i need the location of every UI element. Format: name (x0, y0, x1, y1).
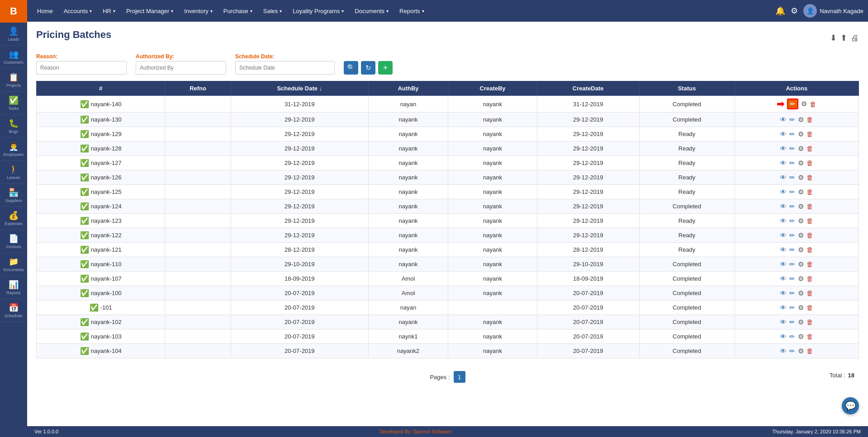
gear-icon[interactable]: ⚙ (798, 347, 804, 355)
topnav-item-documents[interactable]: Documents▾ (349, 0, 394, 22)
gear-icon[interactable]: ⚙ (798, 116, 804, 124)
view-icon[interactable]: 👁 (780, 304, 787, 311)
view-icon[interactable]: 👁 (780, 217, 787, 225)
trash-icon[interactable]: 🗑 (806, 159, 813, 167)
trash-icon[interactable]: 🗑 (806, 217, 813, 225)
view-icon[interactable]: 👁 (780, 231, 787, 239)
topnav-item-purchase[interactable]: Purchase▾ (218, 0, 258, 22)
sidebar-item-documents[interactable]: 📁Documents (0, 253, 27, 276)
gear-icon[interactable]: ⚙ (798, 217, 804, 225)
settings-icon[interactable]: ⚙ (791, 6, 798, 16)
view-icon[interactable]: 👁 (780, 174, 787, 181)
topnav-item-reports[interactable]: Reports▾ (394, 0, 430, 22)
trash-icon[interactable]: 🗑 (806, 275, 813, 282)
topnav-item-project-manager[interactable]: Project Manager▾ (121, 0, 179, 22)
trash-icon[interactable]: 🗑 (806, 174, 813, 181)
view-icon[interactable]: 👁 (780, 333, 787, 340)
edit-icon[interactable]: ✏ (789, 188, 795, 196)
schedule-input[interactable] (235, 61, 335, 75)
gear-icon[interactable]: ⚙ (798, 246, 804, 254)
edit-icon[interactable]: ✏ (789, 145, 795, 153)
edit-icon[interactable]: ✏ (789, 275, 795, 283)
download-icon[interactable]: ⬇ (830, 33, 837, 43)
sidebar-item-employees[interactable]: 👨‍💼Employees (0, 138, 27, 161)
gear-icon[interactable]: ⚙ (798, 174, 804, 182)
gear-icon[interactable]: ⚙ (798, 188, 804, 196)
chat-bubble[interactable]: 💬 (842, 397, 859, 414)
edit-icon[interactable]: ✏ (789, 116, 795, 124)
trash-icon[interactable]: 🗑 (806, 289, 813, 297)
view-icon[interactable]: 👁 (780, 116, 787, 123)
gear-icon[interactable]: ⚙ (798, 318, 804, 326)
view-icon[interactable]: 👁 (780, 347, 787, 355)
trash-icon[interactable]: 🗑 (806, 347, 813, 355)
reason-input[interactable] (36, 61, 127, 75)
gear-icon[interactable]: ⚙ (798, 304, 804, 312)
sidebar-item-scheduler[interactable]: 📅Scheduler (0, 299, 27, 322)
view-icon[interactable]: 👁 (780, 202, 787, 210)
trash-icon[interactable]: 🗑 (806, 202, 813, 210)
topnav-item-sales[interactable]: Sales▾ (258, 0, 288, 22)
topnav-item-loyality-programs[interactable]: Loyality Programs▾ (287, 0, 349, 22)
edit-icon[interactable]: ✏ (789, 130, 795, 138)
topnav-item-hr[interactable]: HR▾ (97, 0, 121, 22)
gear-icon[interactable]: ⚙ (798, 202, 804, 211)
view-icon[interactable]: 👁 (780, 145, 787, 152)
view-icon[interactable]: 👁 (780, 159, 787, 167)
sidebar-item-invoices[interactable]: 📄Invoices (0, 230, 27, 253)
print-icon[interactable]: 🖨 (851, 33, 859, 43)
sidebar-item-bugs[interactable]: 🐛Bugs (0, 115, 27, 138)
gear-icon[interactable]: ⚙ (798, 145, 804, 153)
trash-icon[interactable]: 🗑 (810, 100, 816, 108)
gear-icon[interactable]: ⚙ (798, 289, 804, 297)
add-button[interactable]: + (378, 61, 393, 75)
view-icon[interactable]: 👁 (780, 188, 787, 196)
trash-icon[interactable]: 🗑 (806, 188, 813, 196)
sidebar-item-leaves[interactable]: 🚶Leaves (0, 161, 27, 184)
edit-icon[interactable]: ✏ (789, 260, 795, 268)
edit-icon[interactable]: ✏ (789, 231, 795, 240)
trash-icon[interactable]: 🗑 (806, 304, 813, 311)
trash-icon[interactable]: 🗑 (806, 130, 813, 138)
sidebar-item-suppliers[interactable]: 🏪Suppliers (0, 184, 27, 207)
topnav-item-home[interactable]: Home (32, 0, 58, 22)
view-icon[interactable]: 👁 (780, 260, 787, 268)
gear-icon[interactable]: ⚙ (798, 130, 804, 138)
edit-icon[interactable]: ✏ (789, 318, 795, 326)
edit-icon[interactable]: ✏ (789, 202, 795, 211)
sidebar-item-expenses[interactable]: 💰Expenses (0, 207, 27, 230)
edit-icon[interactable]: ✏ (789, 333, 795, 341)
edit-icon[interactable]: ✏ (789, 246, 795, 254)
edit-icon-highlighted[interactable]: ✏ (787, 99, 798, 109)
edit-icon[interactable]: ✏ (789, 304, 795, 312)
view-icon[interactable]: 👁 (780, 318, 787, 326)
sidebar-item-reports[interactable]: 📊Reports (0, 276, 27, 299)
trash-icon[interactable]: 🗑 (806, 145, 813, 152)
trash-icon[interactable]: 🗑 (806, 246, 813, 254)
view-icon[interactable]: 👁 (780, 246, 787, 254)
trash-icon[interactable]: 🗑 (806, 333, 813, 340)
page-number[interactable]: 1 (454, 371, 465, 383)
sidebar-item-tasks[interactable]: ✅Tasks (0, 92, 27, 115)
gear-icon[interactable]: ⚙ (801, 100, 807, 108)
gear-icon[interactable]: ⚙ (798, 260, 804, 268)
sidebar-item-projects[interactable]: 📋Projects (0, 69, 27, 92)
gear-icon[interactable]: ⚙ (798, 275, 804, 283)
trash-icon[interactable]: 🗑 (806, 231, 813, 239)
gear-icon[interactable]: ⚙ (798, 159, 804, 167)
sidebar-item-customers[interactable]: 👥Customers (0, 46, 27, 69)
edit-icon[interactable]: ✏ (789, 159, 795, 167)
topnav-item-inventory[interactable]: Inventory▾ (179, 0, 218, 22)
edit-icon[interactable]: ✏ (789, 347, 795, 355)
view-icon[interactable]: 👁 (780, 130, 787, 138)
refresh-button[interactable]: ↻ (361, 61, 375, 75)
topnav-item-accounts[interactable]: Accounts▾ (58, 0, 97, 22)
view-icon[interactable]: 👁 (780, 275, 787, 282)
upload-icon[interactable]: ⬆ (840, 33, 847, 43)
view-icon[interactable]: 👁 (780, 289, 787, 297)
edit-icon[interactable]: ✏ (789, 289, 795, 297)
edit-icon[interactable]: ✏ (789, 174, 795, 182)
notifications-icon[interactable]: 🔔 (775, 6, 785, 16)
edit-icon[interactable]: ✏ (789, 217, 795, 225)
gear-icon[interactable]: ⚙ (798, 333, 804, 341)
